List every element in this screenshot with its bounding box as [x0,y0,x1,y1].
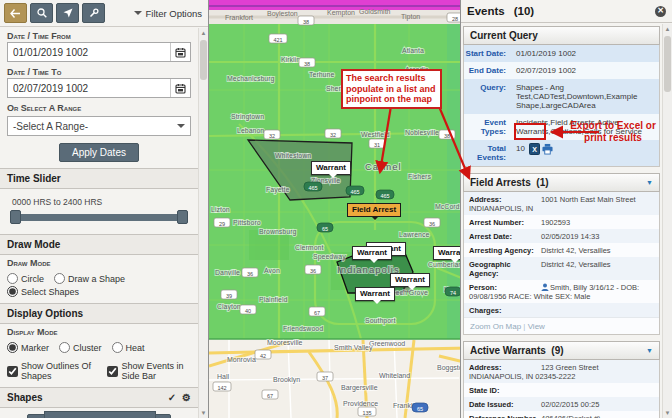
filter-options-toggle[interactable]: Filter Options [134,8,203,19]
route-shield: 38 [299,58,315,67]
tools-button[interactable] [82,3,105,23]
action-link[interactable]: View [521,322,545,331]
map-city-label: Tipton [401,13,420,21]
search-button[interactable] [30,3,53,23]
map-city-label: Brownsburg [259,228,296,236]
gear-icon[interactable]: ⚙ [182,392,191,403]
map-city-label: Mooresville [267,339,303,346]
events-scrollbar[interactable]: ▲ ▼ [662,24,672,418]
sidebar-scrollbar[interactable]: ▲ ▼ [198,28,208,418]
route-shield: 40 [240,305,256,314]
query-row: Query: Shapes - Ang Test,CADTest,Downtow… [464,79,659,114]
map-city-label: Noblesville [405,129,439,136]
close-icon[interactable]: ✕ [655,6,666,17]
svg-text:465: 465 [380,193,389,199]
detail-row: Arrest Number:1902593 [464,215,659,229]
warrant-map-label[interactable]: Warrant [390,273,430,287]
svg-text:38: 38 [304,61,310,67]
print-icon[interactable] [542,143,553,155]
route-shield: 36 [424,218,440,227]
back-button[interactable] [4,3,27,23]
display-mode-option[interactable]: Cluster [59,342,102,353]
query-row: Start Date: 01/01/2019 1002 [464,45,659,62]
date-from-input[interactable] [8,47,170,58]
draw-mode-option[interactable]: Circle [7,273,44,284]
slider-handle-end[interactable] [177,210,188,224]
map-city-label: Friendswood [283,325,323,332]
display-checkbox[interactable]: Show Outlines Of Shapes [7,361,93,381]
svg-text:38: 38 [303,19,309,25]
time-range-label: 0000 HRS to 2400 HRS [10,197,188,207]
warrant-map-label[interactable]: Warrant [352,246,392,260]
radio-button[interactable] [54,273,65,284]
radio-button[interactable] [7,342,18,353]
display-mode-options: Marker Cluster Heat [0,338,198,359]
calendar-icon[interactable] [170,43,190,61]
map-city-label: Lizton [211,206,230,213]
radio-button[interactable] [7,286,18,297]
route-shield: 38 [439,130,455,139]
svg-text:32: 32 [330,132,336,138]
partial-button[interactable] [44,411,156,418]
action-link[interactable]: Zoom On Map [470,322,521,331]
draw-mode-option[interactable]: Select Shapes [7,286,79,297]
radio-button[interactable] [59,342,70,353]
display-checkboxes: Show Outlines Of Shapes Show Events in S… [0,359,198,387]
warrant-map-label[interactable]: Warrant [355,287,395,301]
map-city-label: Goldsmith [359,8,391,15]
query-row: End Date: 02/07/2019 1002 [464,62,659,79]
svg-text:X: X [532,146,537,153]
svg-text:142: 142 [217,385,226,391]
field-arrest-map-label[interactable]: Field Arrest [347,203,401,217]
events-panel-body: Current Query Start Date: 01/01/2019 100… [461,24,662,418]
display-mode-option[interactable]: Marker [7,342,49,353]
time-slider[interactable] [10,210,188,224]
draw-mode-option[interactable]: Draw a Shape [54,273,125,284]
current-query-rows: Start Date: 01/01/2019 1002 End Date: 02… [463,45,660,167]
draw-mode-options: Circle Draw a Shape Select Shapes [0,269,198,303]
display-mode-option[interactable]: Heat [112,342,145,353]
checkbox[interactable] [107,366,118,377]
time-slider-zone: 0000 HRS to 2400 HRS [0,189,198,234]
apply-dates-button[interactable]: Apply Dates [59,143,139,162]
radio-button[interactable] [7,273,18,284]
wrench-icon [89,8,99,18]
check-icon[interactable]: ✓ [168,392,176,403]
warrant-map-label[interactable]: Warrant [311,161,351,175]
svg-text:38: 38 [444,133,450,139]
date-to-input[interactable] [8,83,170,94]
time-slider-section-header: Time Slider [0,168,198,189]
date-from-field-wrap [7,42,191,62]
route-shield: 36 [242,268,258,277]
events-title: Events [467,5,505,17]
field-arrests-header[interactable]: Field Arrests (1) ▼ [463,173,660,192]
checkbox[interactable] [7,366,18,377]
route-shield: 465 [304,182,322,191]
excel-export-icon[interactable]: X [529,143,540,155]
display-checkbox[interactable]: Show Events in Side Bar [107,361,191,381]
route-shield: 65 [317,223,333,232]
radio-button[interactable] [112,342,123,353]
map-city-label: Smith Valley [334,344,373,352]
map-city-label: Fishers [408,173,431,180]
detail-row: Person:Smith, Billy 3/16/12 - DOB: 09/08… [464,280,659,303]
map-city-label: Clermont [295,244,323,251]
locate-button[interactable] [56,3,79,23]
svg-text:65: 65 [417,406,423,412]
slider-handle-start[interactable] [10,210,21,224]
active-warrants-header[interactable]: Active Warrants (9) ▼ [463,341,660,360]
query-total-row: Total Events: 10 X [464,140,659,166]
detail-row: Arrest Date:02/05/2019 14:33 [464,229,659,243]
display-mode-label: Display Mode [0,324,198,338]
range-select[interactable]: -Select A Range- [7,116,191,136]
map-city-label: Hall [217,373,230,380]
route-shield: 39 [221,290,237,299]
calendar-icon[interactable] [170,79,190,97]
map-city-label: Danville [215,269,240,276]
shapes-section-header: Shapes ✓ ⚙ [0,387,198,408]
route-shield: 32 [325,129,341,138]
route-shield: 142 [213,382,231,391]
chevron-down-icon: ▼ [646,179,653,186]
route-shield: 135 [358,407,376,416]
map-city-label: Clayton [217,303,241,311]
